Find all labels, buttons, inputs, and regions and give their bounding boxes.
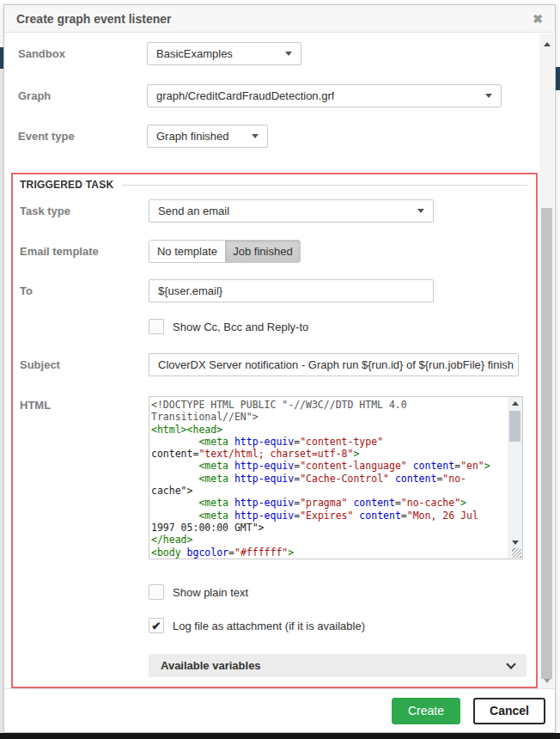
to-label: To	[20, 284, 33, 297]
log-attachment-checkbox[interactable]: ✔	[149, 618, 164, 633]
subject-label: Subject	[20, 358, 60, 371]
editor-scrollbar[interactable]	[508, 397, 522, 559]
scroll-up-icon[interactable]	[539, 38, 554, 50]
code-content[interactable]: <!DOCTYPE HTML PUBLIC "-//W3C//DTD HTML …	[149, 397, 508, 559]
log-attachment-row: ✔ Log file as attachment (if it is avail…	[149, 618, 365, 633]
show-cc-checkbox[interactable]	[149, 319, 164, 334]
task-type-value: Send an email	[158, 205, 229, 217]
legend-divider	[122, 185, 527, 186]
chevron-down-icon	[252, 134, 259, 138]
html-label: HTML	[20, 399, 51, 412]
sandbox-value: BasicExamples	[156, 47, 233, 60]
cancel-button[interactable]: Cancel	[473, 698, 545, 724]
show-plain-text-row: Show plain text	[149, 584, 248, 600]
dialog-title: Create graph event listener	[16, 12, 172, 26]
no-template-button[interactable]: No template	[149, 241, 225, 262]
to-input[interactable]: ${user.email}	[149, 279, 434, 302]
resize-grip-icon[interactable]	[512, 548, 521, 558]
sandbox-label: Sandbox	[18, 47, 65, 60]
subject-value: CloverDX Server notification - Graph run…	[158, 358, 514, 371]
show-cc-row: Show Cc, Bcc and Reply-to	[149, 319, 308, 334]
event-type-label: Event type	[18, 130, 75, 143]
subject-input[interactable]: CloverDX Server notification - Graph run…	[149, 353, 519, 376]
background-page-sliver-right	[556, 67, 560, 90]
email-template-toggle: No template Job finished	[149, 240, 301, 263]
show-plain-text-label: Show plain text	[173, 586, 248, 599]
graph-value: graph/CreditCardFraudDetection.grf	[156, 89, 334, 102]
editor-scroll-thumb[interactable]	[509, 411, 520, 442]
chevron-down-icon	[485, 94, 492, 98]
dialog-scroll-thumb[interactable]	[541, 208, 552, 679]
log-attachment-label: Log file as attachment (if it is availab…	[173, 620, 365, 632]
scroll-up-icon[interactable]	[508, 397, 522, 409]
background-bottom-bar	[0, 733, 560, 739]
triggered-task-title: TRIGGERED TASK	[20, 179, 113, 191]
event-type-select[interactable]: Graph finished	[147, 125, 268, 148]
triggered-task-section: TRIGGERED TASK Task type Send an email E…	[11, 173, 538, 688]
to-value: ${user.email}	[158, 284, 222, 297]
chevron-down-icon	[417, 209, 424, 213]
available-variables-label: Available variables	[161, 659, 261, 672]
dialog-scrollbar[interactable]	[539, 34, 554, 688]
available-variables-accordion[interactable]: Available variables	[149, 654, 527, 677]
scroll-down-icon[interactable]	[508, 536, 522, 548]
triggered-task-legend: TRIGGERED TASK	[20, 179, 527, 191]
chevron-down-icon	[285, 52, 292, 56]
task-type-select[interactable]: Send an email	[149, 199, 434, 223]
sandbox-select[interactable]: BasicExamples	[147, 42, 301, 65]
show-cc-label: Show Cc, Bcc and Reply-to	[173, 321, 308, 333]
email-template-label: Email template	[20, 245, 99, 258]
dialog-header: Create graph event listener ✖	[4, 5, 555, 33]
html-code-editor[interactable]: <!DOCTYPE HTML PUBLIC "-//W3C//DTD HTML …	[149, 396, 523, 559]
create-graph-event-listener-dialog: Create graph event listener ✖ Sandbox Ba…	[3, 4, 556, 733]
graph-label: Graph	[18, 89, 51, 102]
create-button[interactable]: Create	[392, 698, 460, 724]
job-finished-button[interactable]: Job finished	[225, 241, 300, 262]
show-plain-text-checkbox[interactable]	[149, 584, 164, 600]
close-icon[interactable]: ✖	[533, 12, 543, 26]
chevron-down-icon	[506, 659, 515, 669]
event-type-value: Graph finished	[156, 130, 229, 143]
scroll-down-icon[interactable]	[539, 675, 554, 687]
dialog-footer: Create Cancel	[4, 688, 555, 732]
graph-select[interactable]: graph/CreditCardFraudDetection.grf	[147, 84, 502, 107]
dialog-body: Sandbox BasicExamples Graph graph/Credit…	[4, 33, 555, 688]
task-type-label: Task type	[20, 205, 70, 217]
